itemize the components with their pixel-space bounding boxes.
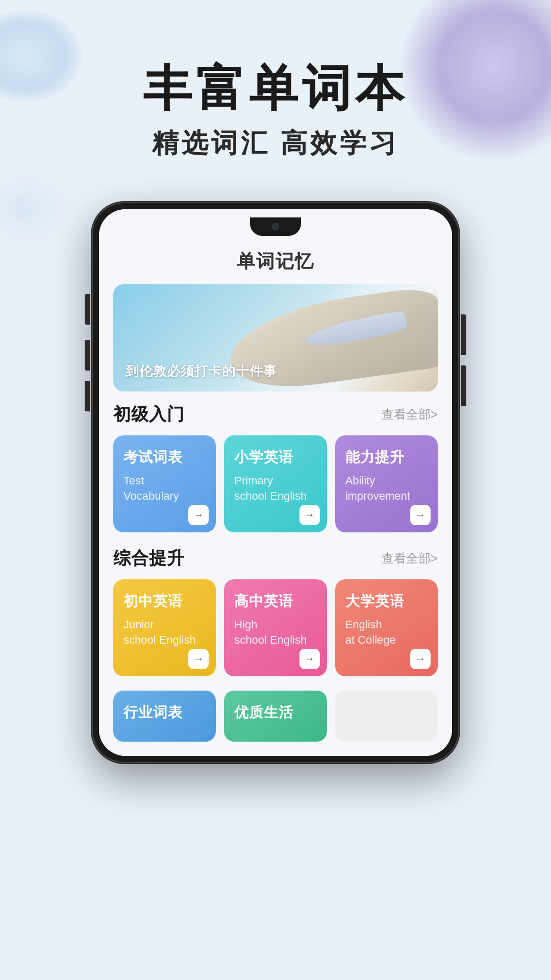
phone-frame: 单词记忆 到伦敦必须打卡的十件事 初级入门 查看全部> bbox=[92, 202, 459, 763]
card-arrow-ability: → bbox=[410, 505, 431, 525]
card-zh-junior: 初中英语 bbox=[123, 592, 206, 611]
card-test-vocabulary[interactable]: 考试词表 TestVocabulary → bbox=[113, 435, 216, 532]
screen-content: 单词记忆 到伦敦必须打卡的十件事 初级入门 查看全部> bbox=[99, 240, 452, 756]
phone-wrapper: 单词记忆 到伦敦必须打卡的十件事 初级入门 查看全部> bbox=[0, 192, 551, 763]
phone-screen: 单词记忆 到伦敦必须打卡的十件事 初级入门 查看全部> bbox=[99, 209, 452, 756]
card-zh-high: 高中英语 bbox=[234, 592, 316, 611]
screen-title: 单词记忆 bbox=[113, 240, 438, 284]
card-primary-english[interactable]: 小学英语 Primaryschool English → bbox=[224, 435, 327, 532]
header-section: 丰富单词本 精选词汇 高效学习 bbox=[0, 0, 551, 192]
cards-grid-comprehensive: 初中英语 Juniorschool English → 高中英语 Highsch… bbox=[113, 579, 438, 676]
card-industry[interactable]: 行业词表 bbox=[113, 691, 216, 742]
cards-bottom: 行业词表 优质生活 bbox=[113, 691, 438, 742]
card-college-english[interactable]: 大学英语 Englishat College → bbox=[335, 579, 438, 676]
card-arrow-junior: → bbox=[188, 649, 209, 669]
card-high-school-english[interactable]: 高中英语 Highschool English → bbox=[224, 579, 327, 676]
card-zh-quality: 优质生活 bbox=[234, 703, 316, 722]
cards-grid-beginner: 考试词表 TestVocabulary → 小学英语 Primaryschool… bbox=[113, 435, 438, 532]
card-quality-life[interactable]: 优质生活 bbox=[224, 691, 327, 742]
section-link-beginner[interactable]: 查看全部> bbox=[382, 406, 438, 423]
main-title: 丰富单词本 bbox=[0, 61, 551, 115]
section-header-comprehensive: 综合提升 查看全部> bbox=[113, 547, 438, 570]
section-header-beginner: 初级入门 查看全部> bbox=[113, 403, 438, 426]
card-zh-college: 大学英语 bbox=[345, 592, 428, 611]
camera-dot bbox=[272, 223, 279, 230]
notch-bar bbox=[99, 209, 452, 240]
card-arrow-college: → bbox=[410, 649, 431, 669]
card-arrow-primary: → bbox=[299, 505, 320, 525]
card-zh-primary: 小学英语 bbox=[234, 448, 316, 467]
card-ability[interactable]: 能力提升 Abilityimprovement → bbox=[335, 435, 438, 532]
card-placeholder bbox=[335, 691, 438, 742]
notch bbox=[250, 217, 301, 236]
card-zh-industry: 行业词表 bbox=[123, 703, 206, 722]
banner-container[interactable]: 到伦敦必须打卡的十件事 bbox=[113, 284, 438, 391]
card-junior-english[interactable]: 初中英语 Juniorschool English → bbox=[113, 579, 216, 676]
section-title-comprehensive: 综合提升 bbox=[113, 547, 185, 570]
card-zh-ability: 能力提升 bbox=[345, 448, 428, 467]
card-arrow-high: → bbox=[299, 649, 320, 669]
section-link-comprehensive[interactable]: 查看全部> bbox=[382, 550, 438, 567]
card-zh-test: 考试词表 bbox=[123, 448, 206, 467]
card-arrow-test: → bbox=[188, 505, 209, 525]
sub-title: 精选词汇 高效学习 bbox=[0, 126, 551, 161]
banner-text: 到伦敦必须打卡的十件事 bbox=[126, 362, 277, 380]
section-title-beginner: 初级入门 bbox=[113, 403, 185, 426]
